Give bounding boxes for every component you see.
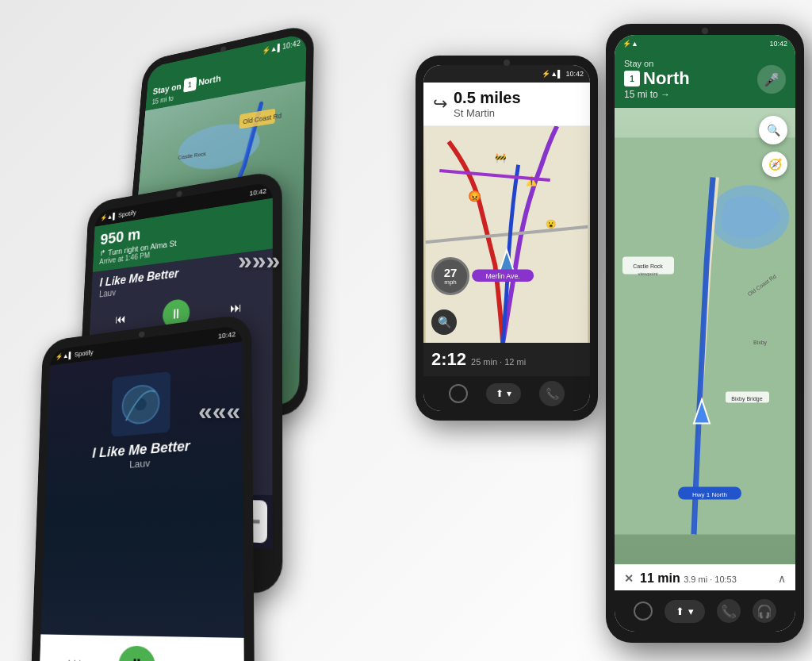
phone-waze: ⚡▲▌ 10:42 ↪ 0.5 miles St Martin	[416, 56, 598, 421]
gmaps-compass[interactable]: 🧭	[762, 152, 787, 177]
gmaps-search-btn[interactable]: 🔍	[759, 116, 787, 144]
time-mid: 10:42	[249, 187, 266, 198]
gmaps-eta-details: 3.9 mi · 10:53	[684, 575, 737, 584]
waze-home-btn[interactable]	[449, 384, 468, 403]
status-icons-top: ⚡▲▌	[262, 43, 282, 55]
album-art-bot	[111, 371, 170, 437]
waze-time: 10:42	[565, 70, 584, 78]
skip-back-btn-mid[interactable]: ⏮	[115, 312, 126, 326]
waze-status-bar: ⚡▲▌ 10:42	[423, 65, 590, 83]
gmaps-nav-header: Stay on 1 North 15 mi to → 🎤	[615, 52, 795, 108]
waze-screen: ⚡▲▌ 10:42 ↪ 0.5 miles St Martin	[423, 65, 590, 411]
gmaps-screen: ⚡▲ 10:42 Stay on 1 North 15 mi to →	[615, 35, 795, 632]
svg-text:Bixby: Bixby	[753, 340, 768, 346]
next-btn-bot[interactable]: ⏭	[194, 658, 211, 661]
spacer-music	[49, 463, 234, 628]
gmaps-home-btn[interactable]	[634, 601, 653, 621]
controls-white-bot: ⏮ ⏸ ⏭	[39, 634, 244, 661]
waze-eta-time: 2:12	[431, 349, 466, 370]
swipe-right-arrows: »»»	[238, 246, 280, 275]
waze-eta-row: 2:12 25 min · 12 mi	[431, 349, 582, 370]
waze-eta-details: 25 min · 12 mi	[471, 357, 526, 367]
svg-text:Bixby Bridge: Bixby Bridge	[731, 396, 762, 402]
scene: ⚡▲▌ 10:42 Stay on 1 North 15 mi to	[0, 0, 812, 661]
gmaps-status-bar: ⚡▲ 10:42	[615, 35, 795, 52]
svg-text:viewpoint: viewpoint	[638, 271, 657, 276]
gmaps-distance-sub: 15 mi to →	[624, 89, 690, 100]
gmaps-dir-icon: ⬆	[676, 605, 684, 617]
waze-nav-bar: ⬆ ▾ 📞	[423, 376, 590, 411]
status-text-mid: ⚡▲▌ Spotify	[100, 209, 136, 221]
gmaps-stay-on: Stay on	[624, 59, 690, 68]
gmaps-map: Hwy 1 North Castle Rock viewpoint Bixby …	[615, 108, 795, 564]
phone-gmaps: ⚡▲ 10:42 Stay on 1 North 15 mi to →	[606, 24, 804, 643]
speed-unit: mph	[444, 279, 457, 286]
phone-bot-music: ⚡▲▌ Spotify 10:42 I Like Me Be	[29, 313, 255, 661]
speed-circle: 27 mph	[431, 257, 469, 295]
gmaps-status-left: ⚡▲	[622, 40, 638, 48]
waze-bottom-bar: 2:12 25 min · 12 mi	[423, 343, 590, 376]
gmaps-headphones-btn[interactable]: 🎧	[753, 599, 776, 623]
prev-btn-bot[interactable]: ⏮	[68, 655, 83, 661]
gmaps-directions-btn[interactable]: ⬆ ▾	[665, 600, 705, 623]
gmaps-phone-btn[interactable]: 📞	[717, 599, 741, 623]
svg-text:Hwy 1 North: Hwy 1 North	[692, 491, 727, 498]
gmaps-nav-actions: ⬆ ▾ 📞 🎧	[615, 590, 795, 632]
waze-directions-btn[interactable]: ⬆ ▾	[486, 383, 521, 404]
gmaps-close-btn[interactable]: ✕	[624, 572, 634, 585]
svg-text:⚠️: ⚠️	[526, 175, 538, 186]
gmaps-expand-btn[interactable]: ∧	[778, 572, 786, 585]
play-btn-bot[interactable]: ⏸	[118, 645, 155, 661]
waze-phone-btn[interactable]: 📞	[539, 381, 565, 406]
waze-distance: 0.5 miles	[454, 89, 521, 107]
time-top: 10:42	[282, 39, 301, 51]
waze-turn-row: ↪ 0.5 miles St Martin	[433, 89, 580, 119]
svg-text:😮: 😮	[546, 219, 557, 229]
gmaps-highway-badge: 1 North	[624, 68, 690, 89]
gmaps-direction-info: Stay on 1 North 15 mi to →	[624, 59, 690, 100]
time-bot: 10:42	[218, 330, 236, 340]
phone-stack-left: ⚡▲▌ 10:42 Stay on 1 North 15 mi to	[16, 16, 412, 635]
gmaps-distance-arrow: →	[661, 89, 670, 100]
gmaps-eta-info: 11 min 3.9 mi · 10:53	[640, 571, 737, 586]
gmaps-eta-time: 11 min	[640, 571, 680, 585]
status-text-bot: ⚡▲▌ Spotify	[56, 348, 94, 360]
waze-street: St Martin	[454, 107, 521, 119]
waze-nav-header: ↪ 0.5 miles St Martin	[423, 83, 590, 126]
waze-map: Merlin Ave. 😡 ⚠️ 🚧 😮 27 mph 🔍	[423, 126, 590, 343]
svg-text:Castle Rock: Castle Rock	[178, 151, 206, 160]
waze-dir-label: ▾	[507, 388, 511, 399]
right-phones-container: ⚡▲▌ 10:42 ↪ 0.5 miles St Martin	[416, 24, 804, 643]
gmaps-bottom-info: ✕ 11 min 3.9 mi · 10:53 ∧	[615, 564, 795, 590]
waze-status-left: ⚡▲▌	[542, 70, 562, 78]
skip-fwd-btn-mid[interactable]: ⏭	[230, 301, 243, 316]
camera-gmaps	[702, 28, 708, 34]
gmaps-eta-row: ✕ 11 min 3.9 mi · 10:53 ∧	[624, 571, 786, 586]
gmaps-highway-shield: 1	[624, 71, 640, 86]
svg-text:Merlin Ave.: Merlin Ave.	[486, 272, 520, 280]
gmaps-dir-arrow: ▾	[688, 605, 694, 617]
waze-distance-info: 0.5 miles St Martin	[454, 89, 521, 119]
waze-turn-arrow: ↪	[433, 94, 447, 114]
camera-waze	[504, 60, 510, 66]
gmaps-distance: 15 mi to	[624, 89, 658, 100]
waze-dir-icon: ⬆	[496, 388, 504, 399]
speed-number: 27	[444, 267, 458, 279]
svg-text:😡: 😡	[468, 190, 482, 203]
svg-text:🚧: 🚧	[495, 152, 507, 163]
gmaps-mic-btn[interactable]: 🎤	[757, 65, 786, 94]
phone-bot-screen: ⚡▲▌ Spotify 10:42 I Like Me Be	[37, 325, 244, 661]
svg-text:Castle Rock: Castle Rock	[633, 263, 663, 269]
camera-bot	[139, 331, 144, 337]
swipe-left-arrows: «««	[198, 397, 240, 426]
music-bg-bot: I Like Me Better Lauv	[40, 342, 243, 638]
gmaps-time: 10:42	[769, 40, 787, 48]
waze-search-btn[interactable]: 🔍	[431, 309, 457, 335]
gmaps-road-name: North	[643, 68, 690, 89]
